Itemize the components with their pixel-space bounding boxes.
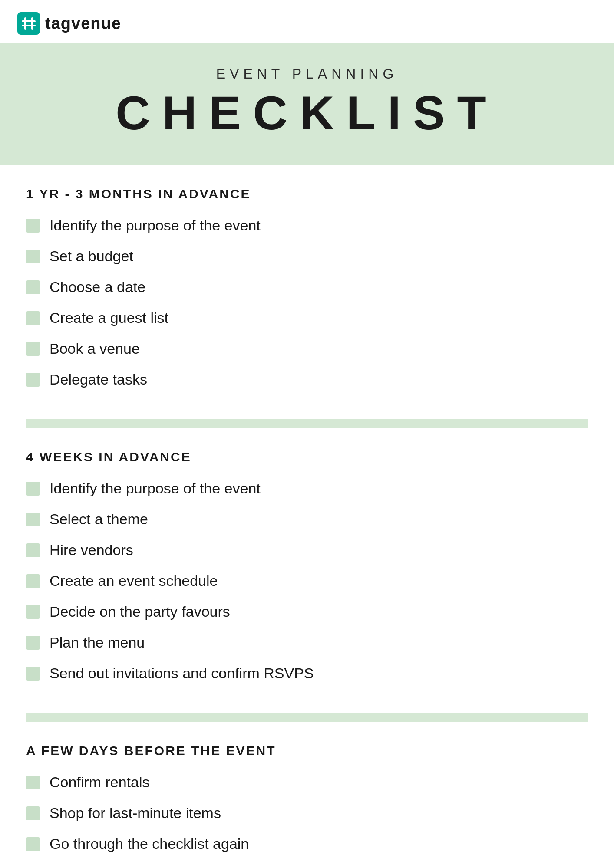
- tagvenue-logo-icon: [17, 12, 40, 35]
- section-1yr-heading: 1 YR - 3 MONTHS IN ADVANCE: [26, 187, 588, 201]
- list-item[interactable]: Identify the purpose of the event: [26, 480, 588, 497]
- list-item[interactable]: Choose a date: [26, 279, 588, 296]
- section-divider-2: [26, 713, 588, 722]
- list-item[interactable]: Send out invitations and confirm RSVPS: [26, 665, 588, 682]
- checkbox[interactable]: [26, 837, 40, 851]
- section-fewdays: A FEW DAYS BEFORE THE EVENT Confirm rent…: [26, 722, 588, 868]
- checklist-label: Delegate tasks: [50, 371, 147, 388]
- svg-rect-2: [31, 17, 33, 30]
- list-item[interactable]: Identify the purpose of the event: [26, 217, 588, 234]
- checklist-label: Select a theme: [50, 511, 148, 528]
- svg-rect-1: [24, 17, 26, 30]
- hero-subtitle: EVENT PLANNING: [17, 66, 597, 82]
- checkbox[interactable]: [26, 373, 40, 387]
- checklist-label: Set a budget: [50, 248, 133, 265]
- section-4weeks-heading: 4 WEEKS IN ADVANCE: [26, 450, 588, 464]
- list-item[interactable]: Shop for last-minute items: [26, 805, 588, 822]
- checkbox[interactable]: [26, 667, 40, 681]
- logo-text: tagvenue: [45, 14, 121, 33]
- checkbox[interactable]: [26, 776, 40, 789]
- section-divider-1: [26, 419, 588, 428]
- checklist-label: Hire vendors: [50, 542, 133, 559]
- section-4weeks: 4 WEEKS IN ADVANCE Identify the purpose …: [26, 428, 588, 713]
- list-item[interactable]: Book a venue: [26, 340, 588, 357]
- checklist-label: Send out invitations and confirm RSVPS: [50, 665, 314, 682]
- svg-rect-4: [22, 25, 36, 26]
- svg-rect-0: [17, 12, 40, 35]
- checklist-label: Choose a date: [50, 279, 145, 296]
- checklist-label: Confirm rentals: [50, 774, 150, 791]
- logo-area: tagvenue: [0, 0, 614, 44]
- checklist-4weeks: Identify the purpose of the event Select…: [26, 480, 588, 682]
- checkbox[interactable]: [26, 280, 40, 294]
- list-item[interactable]: Create an event schedule: [26, 572, 588, 589]
- checkbox[interactable]: [26, 250, 40, 263]
- checklist-label: Decide on the party favours: [50, 603, 230, 620]
- svg-rect-3: [22, 20, 36, 22]
- checklist-label: Identify the purpose of the event: [50, 217, 261, 234]
- list-item[interactable]: Set a budget: [26, 248, 588, 265]
- checkbox[interactable]: [26, 482, 40, 496]
- section-1yr: 1 YR - 3 MONTHS IN ADVANCE Identify the …: [26, 165, 588, 419]
- checkbox[interactable]: [26, 605, 40, 619]
- list-item[interactable]: Decide on the party favours: [26, 603, 588, 620]
- list-item[interactable]: Confirm rentals: [26, 774, 588, 791]
- checkbox[interactable]: [26, 806, 40, 820]
- checklist-label: Create an event schedule: [50, 572, 218, 589]
- checklist-1yr: Identify the purpose of the event Set a …: [26, 217, 588, 388]
- checkbox[interactable]: [26, 543, 40, 557]
- list-item[interactable]: Create a guest list: [26, 309, 588, 326]
- checklist-label: Go through the checklist again: [50, 835, 249, 852]
- hero-title: CHECKLIST: [17, 86, 597, 139]
- section-fewdays-heading: A FEW DAYS BEFORE THE EVENT: [26, 743, 588, 758]
- checklist-label: Identify the purpose of the event: [50, 480, 261, 497]
- checkbox[interactable]: [26, 513, 40, 526]
- checklist-label: Book a venue: [50, 340, 140, 357]
- checklist-label: Create a guest list: [50, 309, 168, 326]
- checklist-label: Plan the menu: [50, 634, 145, 651]
- checklist-fewdays: Confirm rentals Shop for last-minute ite…: [26, 774, 588, 852]
- list-item[interactable]: Plan the menu: [26, 634, 588, 651]
- checkbox[interactable]: [26, 219, 40, 233]
- list-item[interactable]: Delegate tasks: [26, 371, 588, 388]
- list-item[interactable]: Hire vendors: [26, 542, 588, 559]
- checkbox[interactable]: [26, 342, 40, 356]
- list-item[interactable]: Go through the checklist again: [26, 835, 588, 852]
- checkbox[interactable]: [26, 574, 40, 588]
- hero-banner: EVENT PLANNING CHECKLIST: [0, 44, 614, 165]
- checkbox[interactable]: [26, 311, 40, 325]
- checkbox[interactable]: [26, 636, 40, 650]
- content-area: 1 YR - 3 MONTHS IN ADVANCE Identify the …: [0, 165, 614, 868]
- list-item[interactable]: Select a theme: [26, 511, 588, 528]
- checklist-label: Shop for last-minute items: [50, 805, 221, 822]
